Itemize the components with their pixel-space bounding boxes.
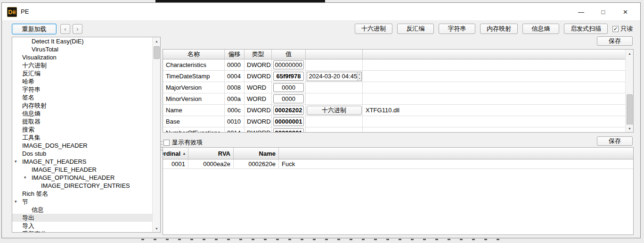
save-export-button[interactable]: 保存 [597, 136, 633, 146]
hex-view-button[interactable]: 十六进制 [355, 24, 392, 34]
minimize-button[interactable]: — [570, 3, 592, 21]
value-field[interactable]: 00000000 [273, 60, 304, 69]
table-row: Name 000c DWORD 00026202 十六进制 XTFG110.dl… [163, 105, 633, 116]
scroll-up-icon[interactable]: ▲ [153, 37, 161, 45]
column-header-offset[interactable]: 偏移 [225, 50, 245, 59]
chevron-left-icon: ‹ [64, 25, 66, 33]
value-field[interactable]: 0000 [273, 83, 304, 92]
fields-scrollbar-thumb[interactable] [627, 94, 633, 125]
save-header-button[interactable]: 保存 [597, 36, 633, 46]
tree-item-export[interactable]: 导出 [12, 214, 153, 222]
column-header-ordinal[interactable]: Ordinal▲ [163, 148, 188, 159]
titlebar: Dë PE — □ ✕ [2, 3, 640, 21]
close-button[interactable]: ✕ [614, 3, 636, 21]
value-field[interactable]: 00026202 [273, 106, 304, 115]
tree-item-virustotal[interactable]: VirusTotal [12, 45, 153, 53]
tree-item-image-dos-header[interactable]: IMAGE_DOS_HEADER [12, 142, 153, 150]
column-header-fn-name[interactable] [279, 148, 633, 159]
scroll-down-icon[interactable]: ▼ [626, 125, 634, 132]
tree-item-import[interactable]: 导入 [12, 222, 153, 230]
tree-item-image-directory-entries[interactable]: IMAGE_DIRECTORY_ENTRIES [12, 182, 153, 190]
tree-item-dos-stub[interactable]: Dos stub [12, 150, 153, 158]
table-row: MinorVersion 000a WORD 0000 [163, 93, 633, 105]
fields-table-scrollbar[interactable]: ▲ ▼ [625, 50, 633, 132]
heuristic-scan-button[interactable]: 启发式扫描 [564, 24, 608, 34]
readonly-checkbox-wrap[interactable]: ✓ 只读 [612, 25, 633, 33]
readonly-checkbox[interactable]: ✓ [612, 26, 619, 32]
tree-item-hash[interactable]: 哈希 [12, 77, 153, 85]
table-row: MajorVersion 0008 WORD 0000 [163, 82, 633, 93]
readonly-label: 只读 [620, 25, 633, 33]
tree-scrollbar-thumb[interactable] [154, 46, 160, 59]
tree-item-image-nt-headers[interactable]: ▾IMAGE_NT_HEADERS [12, 158, 153, 166]
tree-item-extractor[interactable]: 提取器 [12, 117, 153, 126]
export-table-row[interactable]: 0001 0000ea2e 0002620e Fuck [163, 159, 633, 169]
column-header-name[interactable]: 名称 [163, 50, 225, 59]
maximize-button[interactable]: □ [592, 3, 614, 21]
expand-arrow-icon[interactable]: ▾ [15, 198, 17, 206]
strings-button[interactable]: 字符串 [439, 24, 475, 34]
tree-item-rich-signature[interactable]: Rich 签名 [12, 190, 153, 198]
tree-item-memory-map[interactable]: 内存映射 [12, 101, 153, 109]
tree-item-visualization[interactable]: Visualization [12, 53, 153, 61]
forward-button[interactable]: › [73, 24, 82, 34]
back-button[interactable]: ‹ [60, 24, 70, 34]
name-comment: XTFG110.dll [363, 105, 633, 116]
column-header-name-rva[interactable]: Name [234, 148, 279, 159]
value-field[interactable]: 65f9f978 [273, 72, 304, 81]
tree-item-relocations[interactable]: 重新定位 [12, 230, 153, 233]
tree-item-section-info[interactable]: 信息 [12, 206, 153, 214]
value-field[interactable]: 00000001 [273, 117, 304, 126]
show-valid-label: 显示有效项 [172, 138, 203, 147]
action-toolbar: 十六进制 反汇编 字符串 内存映射 信息熵 启发式扫描 ✓ 只读 [355, 24, 633, 34]
tree-item-disasm[interactable]: 反汇编 [12, 69, 153, 77]
show-valid-checkbox[interactable] [163, 140, 170, 146]
tree-item-signatures[interactable]: 签名 [12, 93, 153, 101]
hex-jump-button[interactable]: 十六进制 [307, 106, 362, 115]
export-header-table: 名称 偏移 类型 值 Characteristics 0000 DWORD 00… [163, 49, 634, 133]
minimize-icon: — [578, 8, 584, 16]
expand-arrow-icon[interactable]: ▾ [24, 174, 26, 182]
show-valid-wrap[interactable]: 显示有效项 [163, 138, 203, 147]
app-icon: Dë [7, 7, 17, 17]
scroll-down-icon[interactable]: ▼ [153, 225, 161, 232]
datetime-spinner[interactable]: ▲ ▼ [357, 72, 361, 81]
datetime-editor[interactable]: 2024-03-20 04:45 ▲ ▼ [307, 72, 362, 81]
tree-item-hex[interactable]: 十六进制 [12, 61, 153, 69]
tree-item-sections[interactable]: ▾节 [12, 198, 153, 206]
expand-arrow-icon[interactable]: ▾ [15, 158, 17, 166]
navigation-tree: Detect It Easy(DiE) VirusTotal Visualiza… [12, 37, 161, 233]
tree-item-detect-it-easy[interactable]: Detect It Easy(DiE) [12, 37, 153, 45]
memory-map-button[interactable]: 内存映射 [480, 24, 518, 34]
fields-table-header: 名称 偏移 类型 值 [163, 50, 633, 59]
disasm-button[interactable]: 反汇编 [397, 24, 434, 34]
spin-up-icon[interactable]: ▲ [358, 72, 361, 76]
table-row: TimeDateStamp 0004 DWORD 65f9f978 2024-0… [163, 71, 633, 82]
tree-item-image-optional-header[interactable]: ▾IMAGE_OPTIONAL_HEADER [12, 174, 153, 182]
tree-item-entropy[interactable]: 信息熵 [12, 109, 153, 117]
table-row: Characteristics 0000 DWORD 00000000 [163, 59, 633, 71]
column-header-type[interactable]: 类型 [245, 50, 272, 59]
entropy-button[interactable]: 信息熵 [522, 24, 559, 34]
background-window-noise [141, 239, 499, 240]
column-header-editor[interactable] [306, 50, 363, 59]
export-table-header: Ordinal▲ RVA Name [163, 148, 633, 159]
scroll-up-icon[interactable]: ▲ [626, 50, 634, 57]
reload-button[interactable]: 重新加载 [12, 24, 57, 34]
check-icon: ✓ [613, 26, 618, 32]
die-pe-window: Dë PE — □ ✕ 重新加载 ‹ › 十六进制 反汇编 字符串 内存映射 信… [1, 2, 641, 238]
tree-item-toolkit[interactable]: 工具集 [12, 134, 153, 142]
column-header-rva[interactable]: RVA [188, 148, 234, 159]
tree-item-strings[interactable]: 字符串 [12, 85, 153, 93]
column-header-comment[interactable] [363, 50, 633, 59]
value-field[interactable]: 0000 [273, 94, 304, 103]
column-header-value[interactable]: 值 [272, 50, 306, 59]
chevron-right-icon: › [76, 25, 78, 33]
tree-item-search[interactable]: 搜索 [12, 126, 153, 134]
close-icon: ✕ [623, 8, 628, 16]
tree-item-image-file-header[interactable]: IMAGE_FILE_HEADER [12, 166, 153, 174]
spin-down-icon[interactable]: ▼ [358, 76, 361, 81]
table-row: NumberOfFunctions 0014 DWORD 00000001 [163, 127, 633, 133]
tree-scrollbar[interactable]: ▲ ▼ [152, 37, 160, 232]
value-field[interactable]: 00000001 [273, 128, 304, 133]
